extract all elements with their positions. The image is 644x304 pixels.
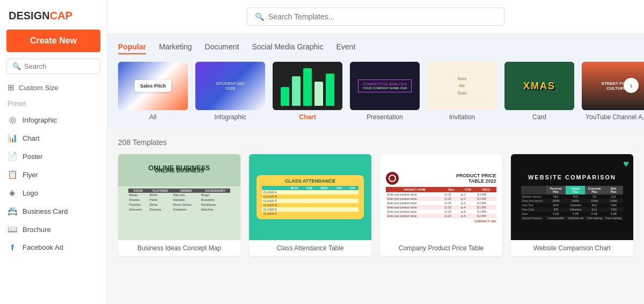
sidebar-item-flyer[interactable]: 📋 Flyer (0, 165, 107, 184)
tab-popular[interactable]: Popular (118, 42, 146, 54)
sidebar-item-chart[interactable]: 📊 Chart (0, 129, 107, 147)
create-new-button[interactable]: Create New (6, 30, 100, 52)
sidebar-item-chart-label: Chart (23, 134, 40, 142)
tab-event[interactable]: Event (336, 42, 355, 54)
thumb-presentation-image: COMPETITIVE ANALYSISYOUR COMPANY NAME 20… (350, 62, 420, 110)
infographic-icon: ◎ (8, 115, 17, 125)
business-card-icon: 📇 (8, 206, 17, 216)
template-type-scroll: Sales Pitch All STUDENT AID2026 Infograp… (118, 62, 633, 129)
card-online-business-label: Business Ideas Concept Map (118, 240, 240, 256)
sidebar-item-logo[interactable]: ◈ Logo (0, 184, 107, 202)
thumb-all-label: All (149, 113, 156, 121)
sidebar-item-infographic-label: Infographic (23, 116, 57, 124)
preset-label: Preset (0, 98, 107, 111)
thumb-card-label: Card (532, 113, 546, 121)
category-tabs: Popular Marketing Document Social Media … (118, 42, 633, 54)
tab-social-media[interactable]: Social Media Graphic (252, 42, 323, 54)
custom-size-icon: ⊞ (8, 83, 14, 92)
sidebar-item-poster[interactable]: 📄 Poster (0, 147, 107, 165)
template-type-infographic[interactable]: STUDENT AID2026 Infographic (195, 62, 265, 121)
sidebar-item-facebook-ad-label: Facebook Ad (23, 243, 63, 251)
template-card-price-table[interactable]: PRODUCT PRICETABLE 2022 PRODUCT NAMESELL… (380, 154, 502, 256)
template-card-website-comparison[interactable]: ♥ WEBSITE COMPARISON PersonalPlan Family… (511, 154, 633, 256)
thumb-card-image: XMAS (504, 62, 574, 110)
card-website-comparison-label: Website Comparison Chart (511, 240, 633, 256)
top-search-icon: 🔍 (255, 12, 264, 21)
template-type-presentation[interactable]: COMPETITIVE ANALYSISYOUR COMPANY NAME 20… (350, 62, 420, 121)
template-type-chart[interactable]: Chart (273, 62, 342, 121)
card-website-comparison-image: ♥ WEBSITE COMPARISON PersonalPlan Family… (511, 154, 633, 240)
facebook-icon: f (8, 243, 17, 252)
thumb-presentation-label: Presentation (367, 113, 402, 121)
card-price-table-label: Company Product Price Table (380, 240, 502, 256)
sidebar-item-brochure[interactable]: 📖 Brochure (0, 220, 107, 238)
custom-size-label: Custom Size (19, 84, 58, 92)
sidebar-item-flyer-label: Flyer (23, 171, 38, 179)
template-type-all[interactable]: Sales Pitch All (118, 62, 188, 121)
card-class-attendance-label: Class Attendance Table (249, 240, 371, 256)
thumb-chart-label: Chart (299, 113, 316, 121)
brochure-icon: 📖 (8, 225, 17, 234)
template-card-online-business[interactable]: ONLINE BUSINESS FOODCLOTHESORDERACCESSOR… (118, 154, 240, 256)
sidebar-search-box[interactable]: 🔍 (6, 59, 100, 74)
sidebar-item-logo-label: Logo (23, 189, 38, 197)
logo-cap-text: CAP (50, 10, 72, 21)
thumb-youtube-label: YouTube Channel A... (586, 113, 644, 121)
top-bar: 🔍 (107, 0, 644, 34)
content-area: 208 Templates ONLINE BUSINESS FOODCLOTHE… (107, 129, 644, 304)
tab-document[interactable]: Document (205, 42, 239, 54)
favorite-icon: ♥ (623, 158, 629, 170)
sidebar-item-facebook-ad[interactable]: f Facebook Ad (0, 238, 107, 256)
card-class-attendance-image: CLASS ATTENDANCE MONTUEWEDTHUFRI CLASS A… (249, 154, 371, 240)
card-price-table-image: PRODUCT PRICETABLE 2022 PRODUCT NAMESELL… (380, 154, 502, 240)
template-type-card[interactable]: XMAS Card (504, 62, 574, 121)
main-content: 🔍 Popular Marketing Document Social Medi… (107, 0, 644, 304)
thumb-infographic-image: STUDENT AID2026 (195, 62, 265, 110)
custom-size-row[interactable]: ⊞ Custom Size (0, 79, 107, 98)
thumb-invitation-image: SavetheDate (427, 62, 497, 110)
sidebar-item-business-card-label: Business Card (23, 207, 68, 215)
thumb-all-image: Sales Pitch (118, 62, 188, 110)
logo: DESIGNCAP (0, 0, 107, 30)
templates-count: 208 Templates (118, 138, 633, 147)
sidebar-item-business-card[interactable]: 📇 Business Card (0, 202, 107, 220)
template-card-class-attendance[interactable]: CLASS ATTENDANCE MONTUEWEDTHUFRI CLASS A… (249, 154, 371, 256)
poster-icon: 📄 (8, 151, 17, 161)
thumb-invitation-label: Invitation (449, 113, 475, 121)
sidebar-search-input[interactable] (24, 62, 94, 70)
chart-icon: 📊 (8, 133, 17, 143)
logo-design-text: DESIGN (9, 10, 50, 21)
card-online-business-image: ONLINE BUSINESS FOODCLOTHESORDERACCESSOR… (118, 154, 240, 240)
sidebar-item-brochure-label: Brochure (23, 226, 51, 234)
template-type-invitation[interactable]: SavetheDate Invitation (427, 62, 497, 121)
thumb-infographic-label: Infographic (214, 113, 246, 121)
sidebar-item-infographic[interactable]: ◎ Infographic (0, 111, 107, 129)
thumb-chart-image (273, 62, 342, 110)
category-section: Popular Marketing Document Social Media … (107, 34, 644, 129)
templates-grid: ONLINE BUSINESS FOODCLOTHESORDERACCESSOR… (118, 154, 633, 256)
logo-icon: ◈ (8, 188, 17, 198)
top-search-input[interactable] (268, 12, 496, 21)
sidebar: DESIGNCAP Create New 🔍 ⊞ Custom Size Pre… (0, 0, 107, 304)
scroll-right-arrow[interactable]: › (624, 78, 639, 93)
sidebar-item-poster-label: Poster (23, 153, 43, 161)
search-icon: 🔍 (12, 62, 21, 70)
tab-marketing[interactable]: Marketing (159, 42, 192, 54)
top-search-box[interactable]: 🔍 (247, 8, 504, 26)
flyer-icon: 📋 (8, 170, 17, 179)
